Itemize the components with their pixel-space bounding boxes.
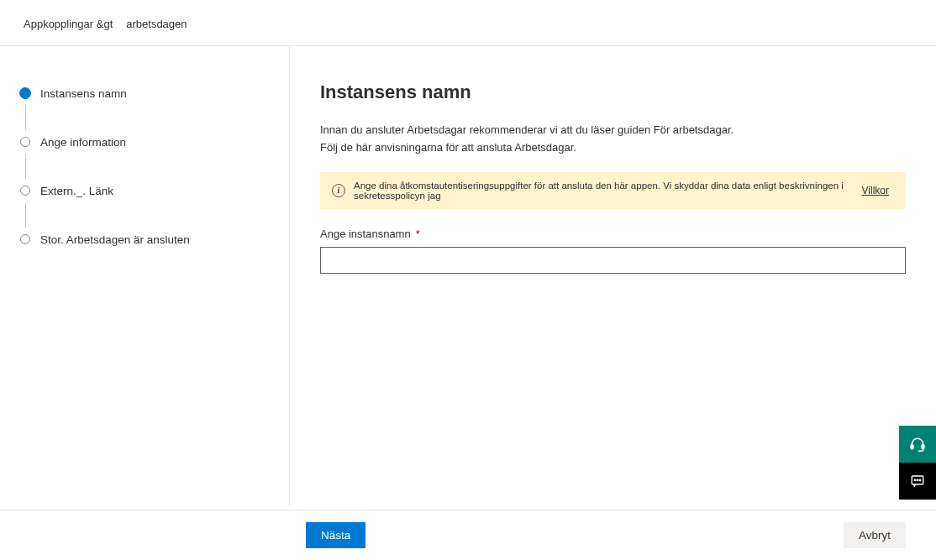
svg-rect-1	[922, 445, 924, 449]
svg-point-5	[919, 479, 921, 481]
chat-icon	[910, 474, 925, 489]
required-indicator: *	[416, 228, 420, 240]
instance-name-label: Ange instansnamn	[320, 228, 411, 240]
breadcrumb: Appkopplingar &gt arbetsdagen	[0, 0, 936, 45]
breadcrumb-item-2[interactable]: arbetsdagen	[126, 18, 187, 30]
cancel-button[interactable]: Avbryt	[844, 522, 906, 548]
page-description: Innan du ansluter Arbetsdagar rekommende…	[320, 122, 906, 157]
steps-sidebar: Instansens namn Ange information Extern.…	[0, 46, 290, 505]
step-circle-active-icon	[19, 87, 31, 99]
terms-link[interactable]: Villkor	[862, 185, 889, 196]
breadcrumb-item-1[interactable]: Appkopplingar &gt	[24, 18, 113, 30]
support-button[interactable]	[899, 426, 936, 463]
step-circle-icon	[20, 137, 30, 147]
feedback-button[interactable]	[899, 463, 936, 500]
info-banner: i Ange dina åtkomstautentiseringsuppgift…	[320, 172, 906, 209]
step-connector	[25, 105, 26, 130]
step-label: Extern._. Länk	[40, 185, 113, 197]
footer-bar: Nästa Avbryt	[0, 510, 936, 560]
step-instance-name[interactable]: Instansens namn	[20, 81, 289, 105]
main-content: Instansens namn Innan du ansluter Arbets…	[290, 46, 936, 505]
step-connector	[25, 202, 26, 228]
svg-rect-0	[911, 445, 913, 449]
step-label: Instansens namn	[40, 87, 127, 100]
step-label: Stor. Arbetsdagen är ansluten	[40, 233, 190, 246]
desc-line-2: Följ de här anvisningarna för att anslut…	[320, 139, 906, 157]
next-button[interactable]: Nästa	[306, 522, 365, 548]
instance-name-input[interactable]	[320, 247, 906, 274]
step-connected[interactable]: Stor. Arbetsdagen är ansluten	[20, 228, 289, 251]
svg-point-3	[914, 479, 916, 481]
info-icon: i	[332, 184, 345, 197]
step-circle-icon	[20, 234, 30, 244]
svg-point-4	[917, 479, 918, 481]
step-circle-icon	[20, 186, 30, 196]
headset-icon	[909, 436, 926, 453]
step-enter-info[interactable]: Ange information	[20, 130, 289, 154]
step-external-link[interactable]: Extern._. Länk	[20, 179, 289, 202]
banner-text: Ange dina åtkomstautentiseringsuppgifter…	[354, 181, 854, 201]
step-label: Ange information	[40, 136, 126, 149]
desc-line-1: Innan du ansluter Arbetsdagar rekommende…	[320, 122, 906, 139]
step-connector	[25, 154, 26, 179]
page-title: Instansens namn	[320, 81, 906, 103]
floating-actions	[899, 426, 936, 500]
